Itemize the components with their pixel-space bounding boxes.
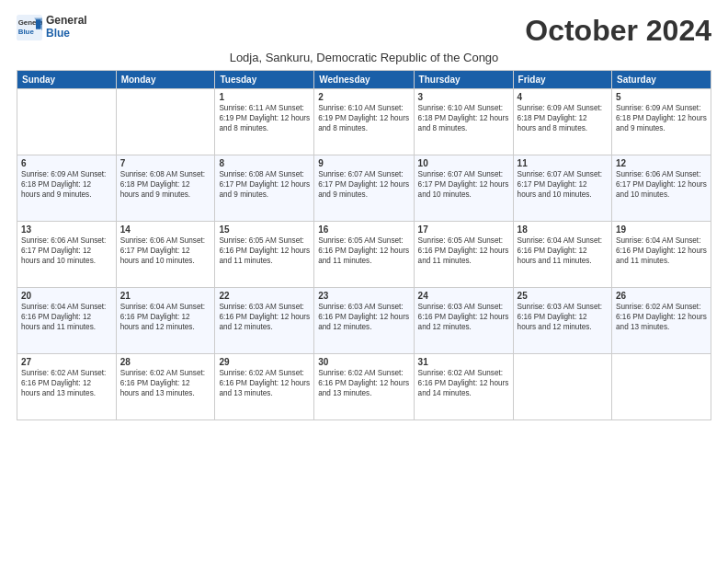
- day-number: 9: [318, 158, 409, 168]
- calendar-cell: 19Sunrise: 6:04 AM Sunset: 6:16 PM Dayli…: [612, 222, 711, 288]
- calendar-cell: 9Sunrise: 6:07 AM Sunset: 6:17 PM Daylig…: [314, 155, 414, 222]
- calendar-cell: 25Sunrise: 6:03 AM Sunset: 6:16 PM Dayli…: [513, 288, 611, 354]
- day-info: Sunrise: 6:03 AM Sunset: 6:16 PM Dayligh…: [518, 302, 608, 332]
- day-info: Sunrise: 6:03 AM Sunset: 6:16 PM Dayligh…: [318, 302, 409, 332]
- calendar-cell: [513, 354, 611, 420]
- day-number: 5: [616, 92, 707, 102]
- calendar-cell: 24Sunrise: 6:03 AM Sunset: 6:16 PM Dayli…: [414, 288, 513, 354]
- calendar-cell: [612, 354, 711, 420]
- subtitle: Lodja, Sankuru, Democratic Republic of t…: [17, 51, 711, 64]
- calendar-cell: 27Sunrise: 6:02 AM Sunset: 6:16 PM Dayli…: [17, 354, 117, 420]
- calendar-cell: 16Sunrise: 6:05 AM Sunset: 6:16 PM Dayli…: [314, 222, 414, 288]
- day-number: 21: [120, 291, 211, 301]
- day-number: 10: [418, 158, 509, 168]
- calendar-cell: 20Sunrise: 6:04 AM Sunset: 6:16 PM Dayli…: [17, 288, 117, 354]
- day-info: Sunrise: 6:05 AM Sunset: 6:16 PM Dayligh…: [418, 236, 509, 266]
- col-wednesday: Wednesday: [314, 71, 414, 89]
- day-number: 26: [616, 291, 707, 301]
- day-info: Sunrise: 6:04 AM Sunset: 6:16 PM Dayligh…: [518, 236, 608, 266]
- calendar-cell: 30Sunrise: 6:02 AM Sunset: 6:16 PM Dayli…: [314, 354, 414, 420]
- day-number: 30: [318, 357, 409, 367]
- calendar-cell: 21Sunrise: 6:04 AM Sunset: 6:16 PM Dayli…: [116, 288, 215, 354]
- day-number: 25: [518, 291, 608, 301]
- page: General Blue General Blue October 2024 L…: [0, 0, 728, 563]
- calendar-cell: 15Sunrise: 6:05 AM Sunset: 6:16 PM Dayli…: [215, 222, 314, 288]
- day-number: 7: [120, 158, 211, 168]
- day-info: Sunrise: 6:02 AM Sunset: 6:16 PM Dayligh…: [120, 368, 211, 398]
- day-info: Sunrise: 6:09 AM Sunset: 6:18 PM Dayligh…: [616, 103, 707, 133]
- day-info: Sunrise: 6:07 AM Sunset: 6:17 PM Dayligh…: [518, 169, 608, 200]
- month-title: October 2024: [525, 15, 711, 47]
- day-number: 14: [120, 224, 211, 235]
- calendar-week-row: 1Sunrise: 6:11 AM Sunset: 6:19 PM Daylig…: [17, 89, 711, 155]
- day-number: 16: [318, 224, 409, 235]
- col-friday: Friday: [513, 71, 611, 89]
- calendar-cell: 26Sunrise: 6:02 AM Sunset: 6:16 PM Dayli…: [612, 288, 711, 354]
- day-info: Sunrise: 6:07 AM Sunset: 6:17 PM Dayligh…: [418, 169, 509, 200]
- calendar-cell: 17Sunrise: 6:05 AM Sunset: 6:16 PM Dayli…: [414, 222, 513, 288]
- calendar-cell: 31Sunrise: 6:02 AM Sunset: 6:16 PM Dayli…: [414, 354, 513, 420]
- day-info: Sunrise: 6:02 AM Sunset: 6:16 PM Dayligh…: [21, 368, 112, 398]
- calendar-cell: 11Sunrise: 6:07 AM Sunset: 6:17 PM Dayli…: [513, 155, 611, 222]
- day-info: Sunrise: 6:06 AM Sunset: 6:17 PM Dayligh…: [616, 169, 707, 200]
- calendar-cell: 22Sunrise: 6:03 AM Sunset: 6:16 PM Dayli…: [215, 288, 314, 354]
- calendar-cell: 23Sunrise: 6:03 AM Sunset: 6:16 PM Dayli…: [314, 288, 414, 354]
- day-number: 24: [418, 291, 509, 301]
- day-info: Sunrise: 6:04 AM Sunset: 6:16 PM Dayligh…: [21, 302, 112, 332]
- calendar-cell: 14Sunrise: 6:06 AM Sunset: 6:17 PM Dayli…: [116, 222, 215, 288]
- day-info: Sunrise: 6:02 AM Sunset: 6:16 PM Dayligh…: [418, 368, 509, 398]
- calendar-cell: 12Sunrise: 6:06 AM Sunset: 6:17 PM Dayli…: [612, 155, 711, 222]
- calendar-cell: 3Sunrise: 6:10 AM Sunset: 6:18 PM Daylig…: [414, 89, 513, 155]
- day-number: 15: [219, 224, 310, 235]
- calendar-cell: 1Sunrise: 6:11 AM Sunset: 6:19 PM Daylig…: [215, 89, 314, 155]
- day-info: Sunrise: 6:02 AM Sunset: 6:16 PM Dayligh…: [219, 368, 310, 398]
- calendar-cell: 29Sunrise: 6:02 AM Sunset: 6:16 PM Dayli…: [215, 354, 314, 420]
- day-info: Sunrise: 6:10 AM Sunset: 6:19 PM Dayligh…: [318, 103, 409, 133]
- col-tuesday: Tuesday: [215, 71, 314, 89]
- title-block: October 2024: [525, 15, 711, 47]
- day-info: Sunrise: 6:02 AM Sunset: 6:16 PM Dayligh…: [318, 368, 409, 398]
- day-number: 18: [518, 224, 608, 235]
- svg-text:Blue: Blue: [18, 28, 35, 36]
- logo: General Blue General Blue: [17, 15, 87, 40]
- day-info: Sunrise: 6:07 AM Sunset: 6:17 PM Dayligh…: [318, 169, 409, 200]
- calendar-cell: 7Sunrise: 6:08 AM Sunset: 6:18 PM Daylig…: [116, 155, 215, 222]
- day-number: 11: [518, 158, 608, 168]
- calendar-week-row: 13Sunrise: 6:06 AM Sunset: 6:17 PM Dayli…: [17, 222, 711, 288]
- day-number: 31: [418, 357, 509, 367]
- day-info: Sunrise: 6:06 AM Sunset: 6:17 PM Dayligh…: [120, 236, 211, 266]
- day-info: Sunrise: 6:05 AM Sunset: 6:16 PM Dayligh…: [318, 236, 409, 266]
- day-info: Sunrise: 6:06 AM Sunset: 6:17 PM Dayligh…: [21, 236, 112, 266]
- day-info: Sunrise: 6:09 AM Sunset: 6:18 PM Dayligh…: [518, 103, 608, 133]
- calendar-cell: 5Sunrise: 6:09 AM Sunset: 6:18 PM Daylig…: [612, 89, 711, 155]
- day-number: 4: [518, 92, 608, 102]
- calendar-cell: 2Sunrise: 6:10 AM Sunset: 6:19 PM Daylig…: [314, 89, 414, 155]
- day-number: 27: [21, 357, 112, 367]
- day-info: Sunrise: 6:08 AM Sunset: 6:17 PM Dayligh…: [219, 169, 310, 200]
- calendar-week-row: 27Sunrise: 6:02 AM Sunset: 6:16 PM Dayli…: [17, 354, 711, 420]
- calendar-cell: [116, 89, 215, 155]
- day-info: Sunrise: 6:04 AM Sunset: 6:16 PM Dayligh…: [120, 302, 211, 332]
- calendar-cell: 4Sunrise: 6:09 AM Sunset: 6:18 PM Daylig…: [513, 89, 611, 155]
- day-number: 29: [219, 357, 310, 367]
- day-info: Sunrise: 6:09 AM Sunset: 6:18 PM Dayligh…: [21, 169, 112, 200]
- calendar-cell: 10Sunrise: 6:07 AM Sunset: 6:17 PM Dayli…: [414, 155, 513, 222]
- header: General Blue General Blue October 2024: [17, 15, 711, 47]
- day-info: Sunrise: 6:02 AM Sunset: 6:16 PM Dayligh…: [616, 302, 707, 332]
- calendar-cell: 8Sunrise: 6:08 AM Sunset: 6:17 PM Daylig…: [215, 155, 314, 222]
- day-info: Sunrise: 6:03 AM Sunset: 6:16 PM Dayligh…: [418, 302, 509, 332]
- day-number: 17: [418, 224, 509, 235]
- col-saturday: Saturday: [612, 71, 711, 89]
- day-number: 1: [219, 92, 310, 102]
- day-number: 19: [616, 224, 707, 235]
- day-number: 8: [219, 158, 310, 168]
- day-number: 20: [21, 291, 112, 301]
- logo-general: General: [46, 15, 87, 28]
- day-number: 22: [219, 291, 310, 301]
- logo-blue: Blue: [46, 28, 87, 40]
- day-info: Sunrise: 6:08 AM Sunset: 6:18 PM Dayligh…: [120, 169, 211, 200]
- day-number: 23: [318, 291, 409, 301]
- calendar-week-row: 6Sunrise: 6:09 AM Sunset: 6:18 PM Daylig…: [17, 155, 711, 222]
- day-info: Sunrise: 6:04 AM Sunset: 6:16 PM Dayligh…: [616, 236, 707, 266]
- day-number: 6: [21, 158, 112, 168]
